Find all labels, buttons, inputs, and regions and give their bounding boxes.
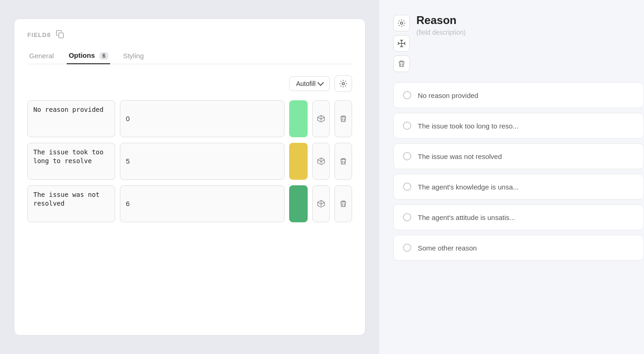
radio-label-0: No reason provided [418,92,478,99]
right-panel: Reason (field description) No reason pro… [379,0,644,354]
radio-item-4[interactable]: The agent's attitude is unsatis... [393,204,644,230]
svg-point-2 [401,22,403,24]
radio-circle-0 [403,91,411,99]
tab-general[interactable]: General [27,48,56,64]
tabs-bar: General Options 6 Styling [27,48,352,64]
right-panel-title-area: Reason (field description) [416,14,466,36]
option-row-1: The issue took too long to resolve [27,143,352,180]
radio-label-2: The issue was not resolved [418,153,502,160]
delete-button-0[interactable] [334,100,352,137]
color-swatch-2[interactable] [289,185,308,222]
radio-circle-5 [403,244,411,252]
delete-icon-button[interactable] [393,55,410,72]
option-text-input-2[interactable]: The issue was not resolved [27,185,115,222]
right-icon-column [393,15,410,72]
radio-item-2[interactable]: The issue was not resolved [393,143,644,169]
radio-item-0[interactable]: No reason provided [393,82,644,108]
radio-item-5[interactable]: Some other reason [393,235,644,261]
field-subtitle: (field description) [416,29,466,36]
options-area: Autofill No reason provided [27,75,352,324]
options-settings-button[interactable] [334,75,352,92]
radio-circle-4 [403,213,411,221]
move-icon-button[interactable] [393,35,410,52]
svg-point-1 [342,82,345,85]
tab-options[interactable]: Options 6 [67,48,110,64]
left-panel: FIELD8 General Options 6 Styling [0,0,379,354]
option-row-0: No reason provided [27,100,352,137]
autofill-row: Autofill [27,75,352,92]
color-swatch-0[interactable] [289,100,308,137]
option-number-input-0[interactable] [120,100,285,137]
color-swatch-1[interactable] [289,143,308,180]
options-badge: 6 [99,52,108,60]
option-text-input-1[interactable]: The issue took too long to resolve [27,143,115,180]
radio-circle-3 [403,183,411,191]
option-row-2: The issue was not resolved [27,185,352,222]
gear-icon-button[interactable] [393,15,410,31]
radio-item-1[interactable]: The issue took too long to reso... [393,113,644,139]
delete-button-2[interactable] [334,185,352,222]
autofill-chevron-icon [317,79,324,86]
svg-rect-0 [59,33,63,38]
field-title: Reason [416,14,466,27]
field-name-label: FIELD8 [27,31,51,38]
option-number-input-1[interactable] [120,143,285,180]
radio-label-5: Some other reason [418,244,477,252]
radio-item-3[interactable]: The agent's knowledge is unsa... [393,174,644,200]
field-header: FIELD8 [27,30,352,39]
autofill-button[interactable]: Autofill [289,76,330,91]
radio-circle-1 [403,122,411,130]
option-number-input-2[interactable] [120,185,285,222]
delete-button-1[interactable] [334,143,352,180]
cube-button-2[interactable] [312,185,330,222]
option-text-input-0[interactable]: No reason provided [27,100,115,137]
radio-circle-2 [403,152,411,160]
cube-button-1[interactable] [312,143,330,180]
radio-label-4: The agent's attitude is unsatis... [418,214,515,221]
radio-label-1: The issue took too long to reso... [418,122,519,130]
field-card: FIELD8 General Options 6 Styling [14,18,365,336]
right-panel-header: Reason (field description) [393,14,644,72]
radio-options-list: No reason provided The issue took too lo… [393,82,644,265]
radio-label-3: The agent's knowledge is unsa... [418,183,519,191]
copy-button[interactable] [56,30,65,39]
cube-button-0[interactable] [312,100,330,137]
tab-styling[interactable]: Styling [121,48,146,64]
